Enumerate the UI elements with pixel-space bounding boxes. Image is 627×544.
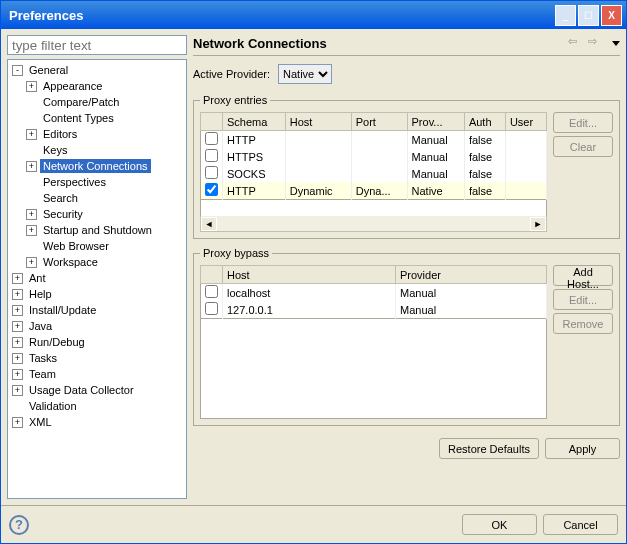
table-row[interactable]: HTTPManualfalse (201, 131, 547, 149)
view-menu-icon[interactable] (612, 41, 620, 46)
expand-icon[interactable]: + (12, 337, 23, 348)
row-checkbox[interactable] (205, 183, 218, 196)
table-row[interactable]: 127.0.0.1Manual (201, 301, 547, 319)
tree-item-usage-data[interactable]: +Usage Data Collector (8, 382, 186, 398)
maximize-button[interactable]: ☐ (578, 5, 599, 26)
proxy-entries-table[interactable]: Schema Host Port Prov... Auth User HTTPM… (200, 112, 547, 200)
add-host-button[interactable]: Add Host... (553, 265, 613, 286)
col-auth[interactable]: Auth (464, 113, 505, 131)
table-row[interactable]: SOCKSManualfalse (201, 165, 547, 182)
forward-arrow-icon[interactable]: ⇨ (588, 35, 604, 51)
proxy-bypass-table[interactable]: Host Provider localhostManual127.0.0.1Ma… (200, 265, 547, 319)
expand-icon[interactable]: + (26, 225, 37, 236)
tree-spacer (26, 193, 37, 204)
tree-item-content-types[interactable]: Content Types (8, 110, 186, 126)
col-bypass-host[interactable]: Host (223, 266, 396, 284)
tree-spacer (26, 177, 37, 188)
table-row[interactable]: HTTPDynamicDyna...Nativefalse (201, 182, 547, 200)
row-checkbox[interactable] (205, 302, 218, 315)
col-schema[interactable]: Schema (223, 113, 286, 131)
tree-item-editors[interactable]: +Editors (8, 126, 186, 142)
scroll-left-icon[interactable]: ◄ (201, 217, 217, 231)
active-provider-select[interactable]: Native (278, 64, 332, 84)
proxy-bypass-legend: Proxy bypass (200, 247, 272, 259)
tree-item-perspectives[interactable]: Perspectives (8, 174, 186, 190)
tree-spacer (26, 97, 37, 108)
horizontal-scrollbar[interactable]: ◄ ► (200, 216, 547, 232)
expand-icon[interactable]: + (26, 161, 37, 172)
tree-item-install-update[interactable]: +Install/Update (8, 302, 186, 318)
expand-icon[interactable]: + (26, 257, 37, 268)
expand-icon[interactable]: + (26, 81, 37, 92)
tree-item-compare-patch[interactable]: Compare/Patch (8, 94, 186, 110)
window-title: Preferences (9, 8, 553, 23)
filter-input[interactable] (7, 35, 187, 55)
apply-button[interactable]: Apply (545, 438, 620, 459)
tree-item-keys[interactable]: Keys (8, 142, 186, 158)
expand-icon[interactable]: + (12, 273, 23, 284)
tree-spacer (26, 113, 37, 124)
tree-item-web-browser[interactable]: Web Browser (8, 238, 186, 254)
expand-icon[interactable]: + (26, 209, 37, 220)
row-checkbox[interactable] (205, 132, 218, 145)
row-checkbox[interactable] (205, 285, 218, 298)
proxy-entries-group: Proxy entries Schema Host Port Prov... (193, 94, 620, 239)
col-host[interactable]: Host (285, 113, 351, 131)
tree-item-team[interactable]: +Team (8, 366, 186, 382)
row-checkbox[interactable] (205, 166, 218, 179)
proxy-clear-button[interactable]: Clear (553, 136, 613, 157)
expand-icon[interactable]: + (12, 369, 23, 380)
tree-item-java[interactable]: +Java (8, 318, 186, 334)
tree-item-tasks[interactable]: +Tasks (8, 350, 186, 366)
expand-icon[interactable]: + (26, 129, 37, 140)
tree-item-validation[interactable]: Validation (8, 398, 186, 414)
table-row[interactable]: localhostManual (201, 284, 547, 302)
tree-item-ant[interactable]: +Ant (8, 270, 186, 286)
expand-icon[interactable]: + (12, 353, 23, 364)
titlebar[interactable]: Preferences _ ☐ X (1, 1, 626, 29)
tree-spacer (12, 401, 23, 412)
cancel-button[interactable]: Cancel (543, 514, 618, 535)
tree-spacer (26, 145, 37, 156)
expand-icon[interactable]: + (12, 289, 23, 300)
scroll-right-icon[interactable]: ► (530, 217, 546, 231)
close-button[interactable]: X (601, 5, 622, 26)
bypass-remove-button[interactable]: Remove (553, 313, 613, 334)
tree-item-general[interactable]: -General (8, 62, 186, 78)
row-checkbox[interactable] (205, 149, 218, 162)
tree-item-workspace[interactable]: +Workspace (8, 254, 186, 270)
tree-item-search[interactable]: Search (8, 190, 186, 206)
preferences-window: Preferences _ ☐ X -General +Appearance C… (0, 0, 627, 544)
table-row[interactable]: HTTPSManualfalse (201, 148, 547, 165)
col-bypass-provider[interactable]: Provider (396, 266, 547, 284)
ok-button[interactable]: OK (462, 514, 537, 535)
active-provider-label: Active Provider: (193, 68, 270, 80)
tree-item-network-connections[interactable]: +Network Connections (8, 158, 186, 174)
tree-item-startup-shutdown[interactable]: +Startup and Shutdown (8, 222, 186, 238)
col-port[interactable]: Port (351, 113, 407, 131)
collapse-icon[interactable]: - (12, 65, 23, 76)
proxy-entries-legend: Proxy entries (200, 94, 270, 106)
expand-icon[interactable]: + (12, 321, 23, 332)
tree-item-appearance[interactable]: +Appearance (8, 78, 186, 94)
minimize-button[interactable]: _ (555, 5, 576, 26)
col-provider[interactable]: Prov... (407, 113, 464, 131)
expand-icon[interactable]: + (12, 385, 23, 396)
page-title: Network Connections (193, 36, 564, 51)
tree-item-security[interactable]: +Security (8, 206, 186, 222)
tree-item-help[interactable]: +Help (8, 286, 186, 302)
proxy-bypass-group: Proxy bypass Host Provider localhostManu… (193, 247, 620, 426)
bypass-edit-button[interactable]: Edit... (553, 289, 613, 310)
help-icon[interactable]: ? (9, 515, 29, 535)
tree-item-run-debug[interactable]: +Run/Debug (8, 334, 186, 350)
tree-spacer (26, 241, 37, 252)
expand-icon[interactable]: + (12, 305, 23, 316)
back-arrow-icon[interactable]: ⇦ (568, 35, 584, 51)
preferences-tree[interactable]: -General +Appearance Compare/Patch Conte… (7, 59, 187, 499)
restore-defaults-button[interactable]: Restore Defaults (439, 438, 539, 459)
proxy-edit-button[interactable]: Edit... (553, 112, 613, 133)
col-user[interactable]: User (505, 113, 546, 131)
expand-icon[interactable]: + (12, 417, 23, 428)
tree-item-xml[interactable]: +XML (8, 414, 186, 430)
